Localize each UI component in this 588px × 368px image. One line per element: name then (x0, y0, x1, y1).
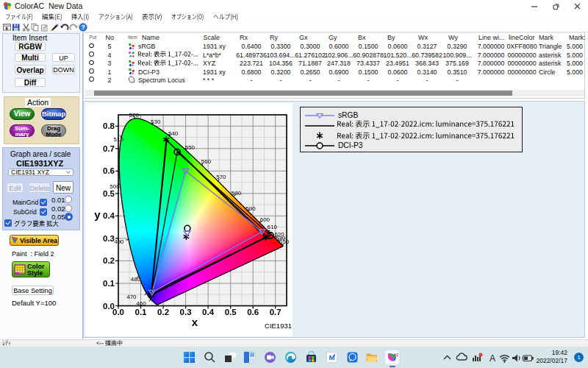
svg-text:CIE1931: CIE1931 (265, 322, 292, 330)
svg-text:650: 650 (279, 238, 290, 245)
svg-text:460: 460 (136, 300, 146, 307)
svg-text:0.6: 0.6 (247, 308, 259, 316)
svg-text:0.1: 0.1 (135, 308, 148, 316)
svg-text:560: 560 (201, 158, 212, 165)
svg-text:610: 610 (268, 224, 278, 230)
svg-text:600: 600 (260, 216, 270, 223)
svg-text:540: 540 (168, 130, 179, 137)
svg-text:AC: AC (394, 353, 399, 357)
svg-text:0.2: 0.2 (157, 308, 169, 316)
svg-text:550: 550 (185, 144, 196, 151)
svg-text:0.5: 0.5 (225, 308, 237, 316)
svg-text:530: 530 (151, 118, 161, 125)
svg-text:480: 480 (131, 276, 141, 283)
svg-text:0.2: 0.2 (103, 256, 115, 265)
svg-text:0.7: 0.7 (270, 308, 282, 316)
svg-text:?: ? (81, 24, 85, 31)
svg-text:0.3: 0.3 (103, 234, 115, 243)
svg-text:0.7: 0.7 (103, 144, 115, 153)
svg-text:0.3: 0.3 (180, 308, 192, 316)
svg-text:490: 490 (114, 238, 124, 245)
svg-text:470: 470 (126, 294, 137, 300)
svg-text:0.4: 0.4 (202, 308, 215, 316)
svg-text:500: 500 (110, 183, 120, 190)
svg-text:590: 590 (245, 205, 256, 212)
svg-text:M: M (329, 353, 335, 361)
svg-text:0.5: 0.5 (103, 189, 115, 198)
svg-text:0.1: 0.1 (103, 279, 115, 288)
svg-text:0.6: 0.6 (103, 166, 115, 175)
svg-text:0.0: 0.0 (103, 302, 115, 311)
svg-text:570: 570 (216, 174, 226, 180)
svg-text:0.8: 0.8 (103, 121, 115, 130)
svg-text:0.4: 0.4 (103, 211, 115, 220)
svg-text:580: 580 (232, 190, 242, 197)
svg-text:520: 520 (129, 112, 140, 118)
svg-text:x: x (192, 316, 198, 328)
svg-text:510: 510 (114, 136, 124, 143)
svg-text:y: y (94, 208, 101, 221)
